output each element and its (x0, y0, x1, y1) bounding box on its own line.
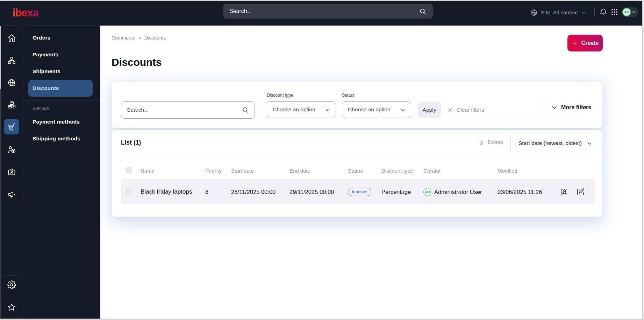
row-checkbox[interactable] (126, 189, 132, 195)
breadcrumb-commerce[interactable]: Commerce (112, 35, 135, 41)
column-header-priority[interactable]: Priority (205, 167, 222, 174)
delete-button[interactable]: Delete (478, 139, 503, 145)
chevron-down-icon (581, 10, 587, 15)
content-tree-icon (7, 56, 16, 65)
sidebar-item-label: Payments (33, 51, 58, 58)
chevron-down-icon (325, 107, 331, 113)
row-checkbox-cell (126, 179, 132, 204)
global-search[interactable] (223, 4, 433, 19)
nav-dashboard[interactable] (4, 30, 19, 46)
chevron-down-icon (586, 140, 592, 146)
filters-panel: Discount type Choose an option Status Ch… (112, 82, 603, 128)
sidebar-item-shipments[interactable]: Shipments (28, 63, 93, 80)
sort-selector[interactable]: Start date (newest, oldest) (518, 140, 592, 146)
user-menu[interactable]: AU (622, 7, 638, 17)
preview-disabled-button[interactable] (560, 188, 568, 196)
filter-divider (260, 101, 260, 119)
site-context-switcher[interactable]: Site: All context (530, 8, 587, 18)
star-icon (7, 303, 16, 312)
creator-avatar: AU (423, 188, 431, 196)
sidebar-item-shipping-methods[interactable]: Shipping methods (28, 130, 93, 147)
delete-button-label: Delete (488, 139, 503, 145)
nav-content[interactable] (4, 53, 19, 68)
column-header-end[interactable]: End date (289, 167, 310, 174)
nav-customers[interactable] (4, 142, 19, 157)
cart-icon (7, 123, 16, 131)
rail-scrollbar-thumb[interactable] (0, 26, 1, 89)
chevron-down-icon (400, 107, 406, 113)
column-header-creator[interactable]: Creator (423, 167, 441, 174)
apply-button[interactable]: Apply (418, 102, 441, 118)
column-header-name[interactable]: Name (141, 167, 155, 174)
sidebar-item-label: Discounts (33, 85, 59, 91)
list-divider (510, 135, 511, 152)
chevron-down-icon (551, 104, 558, 111)
globe-search-icon (7, 78, 16, 87)
table-row: Black friday laptops 8 28/11/2025 00:00 … (121, 179, 595, 204)
main-content: Commerce > Discounts Create Discounts Di… (100, 26, 642, 320)
sidebar-item-label: Orders (33, 35, 50, 41)
edit-button[interactable] (577, 188, 585, 196)
create-button[interactable]: Create (567, 35, 603, 51)
filter-search-input[interactable] (127, 107, 242, 113)
creator-name: Administrator User (434, 189, 482, 195)
plus-icon (572, 40, 578, 47)
sidebar-item-payment-methods[interactable]: Payment methods (28, 113, 93, 130)
nav-product-catalog[interactable] (4, 97, 19, 112)
nav-marketing[interactable] (4, 187, 19, 202)
avatar: AU (622, 8, 631, 16)
column-header-start[interactable]: Start date (231, 167, 254, 174)
column-header-status[interactable]: Status (348, 167, 363, 174)
sidebar-item-label: Payment methods (33, 119, 80, 125)
global-search-input[interactable] (229, 8, 419, 14)
ibexa-logo[interactable]: ibexa (13, 6, 38, 19)
site-context-label: Site: All context (541, 9, 578, 16)
sidebar-section-label: Settings (33, 106, 49, 111)
filter-search[interactable] (121, 101, 255, 119)
nav-search[interactable] (4, 75, 19, 90)
bell-icon (599, 8, 607, 16)
horizontal-scrollbar[interactable] (0, 319, 644, 320)
status-badge: Inactive (348, 188, 371, 196)
sidebar-item-payments[interactable]: Payments (28, 46, 93, 63)
main-nav-rail (0, 26, 23, 320)
chevron-down-icon (631, 10, 636, 14)
status-value: Choose an option (348, 106, 391, 113)
nav-corporate[interactable] (4, 164, 19, 180)
edit-icon (577, 188, 585, 196)
select-all-checkbox[interactable] (126, 167, 132, 173)
column-header-type[interactable]: Discount type (381, 167, 413, 174)
breadcrumb-discounts[interactable]: Discounts (144, 35, 166, 41)
customer-target-icon (7, 145, 16, 154)
vertical-scrollbar[interactable] (642, 1, 644, 319)
more-filters-button[interactable]: More filters (551, 104, 591, 111)
notifications-button[interactable] (599, 8, 607, 16)
discount-type-label: Discount type (267, 93, 293, 98)
sidebar-item-orders[interactable]: Orders (28, 29, 93, 46)
nav-admin-settings[interactable] (4, 277, 19, 292)
row-status-cell: Inactive (348, 179, 371, 204)
search-icon (419, 8, 427, 15)
column-header-modified[interactable]: Modified (498, 167, 517, 174)
sidebar-item-discounts[interactable]: Discounts (28, 80, 93, 97)
page-title: Discounts (112, 56, 162, 68)
topbar-divider (594, 8, 595, 17)
commerce-sidebar: Orders Payments Shipments Discounts Sett… (23, 26, 100, 320)
table-top-border (121, 160, 595, 160)
discount-type-value: Choose an option (273, 106, 315, 113)
list-panel: List (1) Delete Start date (newest, olde… (112, 130, 603, 217)
nav-commerce[interactable] (4, 119, 19, 134)
row-discount-type-cell: Percentage (381, 179, 411, 204)
app-grid-button[interactable] (611, 8, 618, 16)
boxes-icon (7, 100, 16, 109)
nav-bookmarks[interactable] (4, 299, 19, 315)
discount-type-select[interactable]: Choose an option (267, 101, 336, 118)
clear-filters-button[interactable]: Clear filters (447, 102, 484, 118)
status-select[interactable]: Choose an option (342, 101, 411, 118)
sidebar-item-label: Shipments (33, 68, 60, 75)
rail-divider (3, 275, 20, 276)
discount-link[interactable]: Black friday laptops (141, 188, 192, 195)
x-icon (447, 107, 453, 113)
sidebar-item-label: Shipping methods (33, 135, 80, 142)
row-modified-cell: 03/06/2025 11:26 (498, 179, 542, 204)
